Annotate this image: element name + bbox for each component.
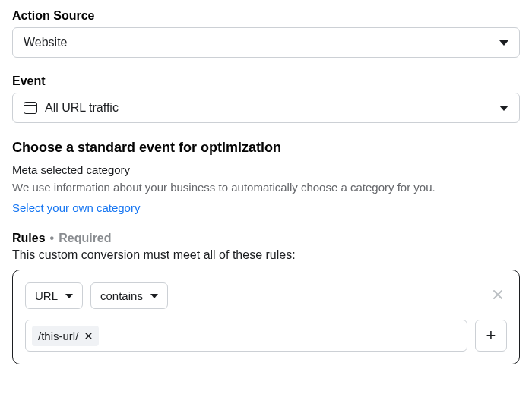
optimization-heading: Choose a standard event for optimization — [12, 140, 520, 156]
chevron-down-icon — [65, 294, 73, 298]
rule-operator-value: contains — [100, 289, 143, 302]
chevron-down-icon — [150, 294, 158, 298]
rule-value-row: /this-url/ + — [25, 320, 507, 352]
remove-rule-button[interactable] — [489, 287, 507, 304]
rules-header: Rules • Required — [12, 232, 520, 245]
rules-box: URL contains /this-url/ — [12, 270, 520, 364]
chevron-down-icon — [499, 106, 508, 111]
action-source-value: Website — [24, 36, 68, 49]
rule-field-value: URL — [35, 289, 58, 302]
event-select[interactable]: All URL traffic — [12, 93, 520, 123]
select-category-link[interactable]: Select your own category — [12, 201, 140, 214]
event-value: All URL traffic — [45, 101, 119, 115]
add-rule-button[interactable]: + — [475, 320, 507, 352]
separator-dot: • — [50, 232, 55, 245]
close-icon — [492, 289, 504, 301]
rules-description: This custom conversion must meet all of … — [12, 248, 520, 262]
rule-operator-select[interactable]: contains — [90, 282, 168, 309]
rules-section: Rules • Required This custom conversion … — [12, 232, 520, 364]
optimization-section: Choose a standard event for optimization… — [12, 140, 520, 215]
browser-icon — [24, 102, 37, 114]
event-section: Event All URL traffic — [12, 74, 520, 123]
action-source-select[interactable]: Website — [12, 27, 520, 58]
optimization-subheading: Meta selected category — [12, 163, 520, 176]
event-label: Event — [12, 74, 520, 88]
chevron-down-icon — [499, 40, 508, 46]
remove-chip-button[interactable] — [84, 330, 93, 342]
rules-title: Rules — [12, 232, 46, 245]
action-source-label: Action Source — [12, 9, 520, 23]
rule-condition-row: URL contains — [25, 282, 507, 309]
rules-required: Required — [59, 232, 111, 245]
url-chip: /this-url/ — [32, 326, 99, 346]
close-icon — [84, 332, 93, 340]
action-source-section: Action Source Website — [12, 9, 520, 58]
plus-icon: + — [486, 326, 496, 345]
optimization-description: We use information about your business t… — [12, 181, 520, 194]
chip-text: /this-url/ — [38, 330, 78, 342]
rule-field-select[interactable]: URL — [25, 282, 83, 309]
rule-value-input[interactable]: /this-url/ — [25, 320, 467, 352]
